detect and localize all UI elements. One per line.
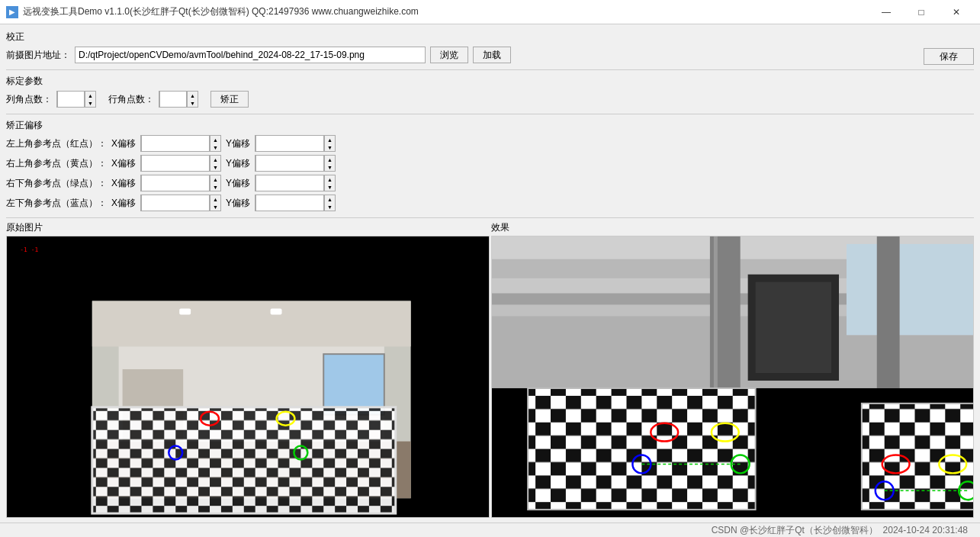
top-left-x-spinbox[interactable]: -100.00000 ▲ ▼: [140, 135, 221, 152]
row-corners-label: 行角点数：: [108, 93, 154, 106]
status-bar: CSDN @长沙红胖子Qt（长沙创微智科） 2024-10-24 20:31:4…: [0, 523, 980, 537]
col-down-arrow[interactable]: ▼: [85, 99, 95, 107]
top-right-label: 右上角参考点（黄点）：: [6, 157, 107, 170]
row-corners-input[interactable]: 4: [159, 91, 187, 108]
top-right-y-spinbox[interactable]: 0.00000 ▲ ▼: [255, 155, 336, 172]
top-right-x-label: X偏移: [111, 157, 136, 170]
top-left-x-label: X偏移: [111, 137, 136, 150]
offset-label: 矫正偏移: [6, 119, 974, 132]
row-up-arrow[interactable]: ▲: [188, 92, 198, 99]
bottom-right-y-label: Y偏移: [226, 177, 250, 190]
col-corners-spinbox[interactable]: 6 ▲ ▼: [56, 91, 96, 108]
bottom-right-x-up[interactable]: ▲: [210, 175, 220, 183]
row-down-arrow[interactable]: ▼: [188, 99, 198, 107]
top-right-row: 右上角参考点（黄点）： X偏移 100.00000 ▲ ▼ Y偏移 0.0000…: [6, 155, 974, 172]
marker-params-section: 标定参数 列角点数： 6 ▲ ▼ 行角点数： 4 ▲ ▼ 矫正: [6, 73, 974, 111]
filepath-row: 前摄图片地址： 浏览 加载 保存: [6, 47, 974, 66]
left-image-svg: -1 -1: [7, 236, 489, 517]
svg-rect-2: [92, 301, 411, 347]
left-image: -1 -1: [7, 236, 489, 517]
bottom-right-x-spinbox[interactable]: 0.00000 ▲ ▼: [140, 175, 221, 191]
calibration-section: 校正 前摄图片地址： 浏览 加载 保存: [6, 29, 974, 66]
bottom-left-y-input[interactable]: 0.00000: [255, 195, 324, 211]
top-right-x-up[interactable]: ▲: [210, 156, 220, 163]
load-button[interactable]: 加载: [473, 47, 511, 63]
right-panel-label: 效果: [491, 221, 975, 234]
bottom-right-y-spinbox[interactable]: 0.00000 ▲ ▼: [255, 175, 336, 191]
bottom-right-y-down[interactable]: ▼: [325, 183, 335, 191]
top-right-x-input[interactable]: 100.00000: [141, 155, 210, 172]
bottom-left-x-spinbox[interactable]: 0.00000 ▲ ▼: [140, 195, 221, 211]
bottom-left-y-spinbox[interactable]: 0.00000 ▲ ▼: [255, 195, 336, 211]
bottom-left-y-label: Y偏移: [226, 197, 250, 210]
svg-rect-5: [323, 354, 384, 415]
status-text: CSDN @长沙红胖子Qt（长沙创微智科）: [712, 524, 878, 537]
divider-1: [6, 69, 974, 70]
image-path-label: 前摄图片地址：: [6, 49, 70, 62]
divider-2: [6, 114, 974, 114]
svg-rect-31: [876, 236, 899, 388]
right-image-svg: [492, 236, 974, 517]
bottom-right-x-down[interactable]: ▼: [210, 183, 220, 191]
left-panel: -1 -1: [6, 236, 490, 518]
svg-rect-40: [861, 404, 973, 510]
maximize-button[interactable]: □: [904, 0, 939, 24]
timestamp: 2024-10-24 20:31:48: [883, 525, 968, 535]
marker-params-label: 标定参数: [6, 75, 974, 88]
bottom-right-y-up[interactable]: ▲: [325, 175, 335, 183]
bottom-left-x-input[interactable]: 0.00000: [141, 195, 210, 211]
title-bar: ▶ 远视变换工具Demo v1.1.0(长沙红胖子Qt(长沙创微智科) QQ:2…: [0, 0, 980, 24]
bottom-right-x-input[interactable]: 0.00000: [141, 175, 210, 191]
filepath-input[interactable]: [75, 47, 426, 63]
top-left-row: 左上角参考点（红点）： X偏移 -100.00000 ▲ ▼ Y偏移 0.000…: [6, 135, 974, 152]
bottom-left-label: 左下角参考点（蓝点）：: [6, 197, 107, 210]
top-right-x-spinbox[interactable]: 100.00000 ▲ ▼: [140, 155, 221, 172]
minimize-button[interactable]: —: [869, 0, 904, 24]
svg-rect-33: [755, 282, 831, 373]
bottom-left-y-down[interactable]: ▼: [325, 203, 335, 211]
bottom-left-x-down[interactable]: ▼: [210, 203, 220, 211]
save-button[interactable]: 保存: [924, 48, 974, 65]
top-left-y-input[interactable]: 0.00000: [255, 135, 324, 152]
browse-button[interactable]: 浏览: [430, 47, 468, 63]
top-right-y-up[interactable]: ▲: [325, 156, 335, 163]
svg-rect-30: [846, 244, 973, 335]
svg-rect-9: [271, 309, 282, 315]
svg-rect-8: [179, 309, 191, 315]
top-left-y-spinbox[interactable]: 0.00000 ▲ ▼: [255, 135, 336, 152]
divider-3: [6, 217, 974, 218]
col-corners-input[interactable]: 6: [57, 91, 85, 108]
top-left-x-up[interactable]: ▲: [210, 136, 220, 143]
left-panel-label: 原始图片: [6, 221, 490, 234]
offset-section: 矫正偏移 左上角参考点（红点）： X偏移 -100.00000 ▲ ▼ Y偏移 …: [6, 117, 974, 214]
top-right-y-input[interactable]: 0.00000: [255, 155, 324, 172]
bottom-right-y-input[interactable]: 0.00000: [255, 175, 324, 191]
correct-button[interactable]: 矫正: [210, 91, 249, 108]
image-section: 原始图片: [6, 221, 974, 518]
bottom-right-row: 右下角参考点（绿点）： X偏移 0.00000 ▲ ▼ Y偏移 0.00000 …: [6, 175, 974, 191]
bottom-left-x-up[interactable]: ▲: [210, 195, 220, 203]
close-button[interactable]: ✕: [939, 0, 974, 24]
top-left-y-up[interactable]: ▲: [325, 136, 335, 143]
top-right-x-down[interactable]: ▼: [210, 163, 220, 171]
marker-params-row: 列角点数： 6 ▲ ▼ 行角点数： 4 ▲ ▼ 矫正: [6, 91, 974, 108]
top-right-y-down[interactable]: ▼: [325, 163, 335, 171]
top-left-y-down[interactable]: ▼: [325, 143, 335, 151]
col-up-arrow[interactable]: ▲: [85, 92, 95, 99]
top-left-x-input[interactable]: -100.00000: [141, 135, 210, 152]
bottom-left-row: 左下角参考点（蓝点）： X偏移 0.00000 ▲ ▼ Y偏移 0.00000 …: [6, 195, 974, 211]
right-panel: [491, 236, 975, 518]
filepath-input-row: 前摄图片地址： 浏览 加载: [6, 47, 924, 63]
bottom-right-x-label: X偏移: [111, 177, 136, 190]
svg-rect-38: [528, 388, 755, 510]
calibration-label: 校正: [6, 31, 974, 43]
window-controls: — □ ✕: [869, 0, 974, 24]
top-left-label: 左上角参考点（红点）：: [6, 137, 107, 150]
bottom-right-label: 右下角参考点（绿点）：: [6, 177, 107, 190]
app-title: 远视变换工具Demo v1.1.0(长沙红胖子Qt(长沙创微智科) QQ:214…: [23, 5, 869, 18]
bottom-left-y-up[interactable]: ▲: [325, 195, 335, 203]
row-corners-spinbox[interactable]: 4 ▲ ▼: [159, 91, 198, 108]
top-right-y-label: Y偏移: [226, 157, 250, 170]
top-left-x-down[interactable]: ▼: [210, 143, 220, 151]
col-corners-label: 列角点数：: [6, 93, 52, 106]
